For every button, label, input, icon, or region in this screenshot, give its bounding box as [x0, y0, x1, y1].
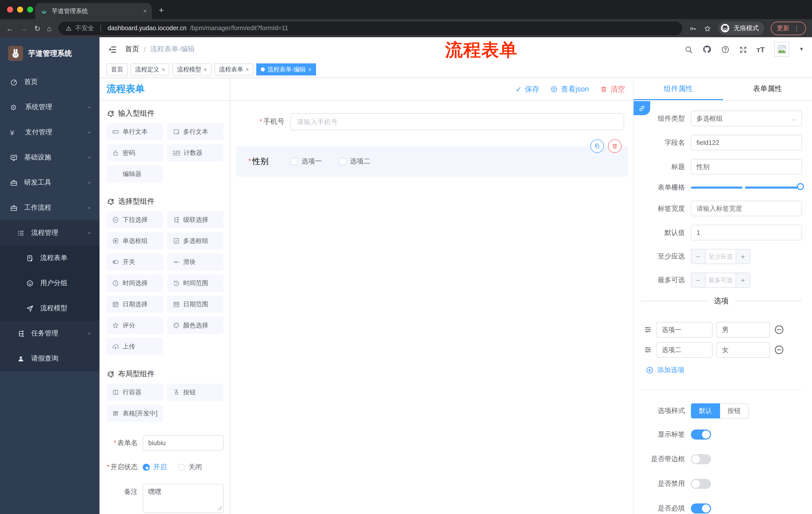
add-option-button[interactable]: 添加选项 [646, 366, 802, 375]
decrease-button[interactable]: − [691, 273, 705, 287]
option-label-input[interactable] [656, 322, 713, 337]
slider-handle[interactable] [797, 183, 804, 190]
tab-form-props[interactable]: 表单属性 [723, 78, 812, 100]
copy-component-button[interactable] [590, 139, 604, 153]
remove-option-button[interactable] [774, 324, 784, 335]
chain-link-button[interactable] [634, 101, 650, 115]
sidebar-item-home[interactable]: 首页 [0, 70, 99, 94]
palette-item-time-range[interactable]: 时间范围 [167, 275, 224, 292]
palette-item-radio-group[interactable]: 单选框组 [107, 232, 163, 249]
show-label-switch[interactable] [691, 430, 711, 439]
view-json-button[interactable]: 查看json [550, 84, 589, 94]
palette-item-multi-text[interactable]: 多行文本 [167, 123, 224, 140]
palette-item-checkbox-group[interactable]: 多选框组 [167, 232, 224, 249]
required-switch[interactable] [691, 504, 711, 514]
option-value-input[interactable] [717, 342, 770, 358]
hamburger-icon[interactable] [108, 45, 117, 54]
update-button[interactable]: 更新 ⋮ [771, 21, 806, 35]
palette-item-cascader[interactable]: 级联选择 [167, 211, 224, 228]
palette-item-date-picker[interactable]: 日期选择 [107, 296, 163, 313]
label-width-input[interactable] [691, 201, 802, 216]
tab-close-icon[interactable]: × [143, 7, 147, 15]
canvas-field-phone[interactable]: *手机号 [236, 113, 628, 130]
tag-close-icon[interactable]: × [308, 66, 312, 73]
avatar[interactable] [774, 42, 789, 57]
increase-button[interactable]: + [736, 273, 750, 287]
new-tab-button[interactable]: + [159, 5, 164, 16]
browser-menu-icon[interactable]: ⋮ [793, 25, 800, 31]
palette-item-rate[interactable]: 评分 [107, 317, 163, 334]
clear-button[interactable]: 清空 [600, 84, 625, 94]
form-remark-textarea[interactable]: 嘿嘿 [143, 484, 224, 513]
font-size-icon[interactable]: тT [756, 46, 765, 53]
close-window-button[interactable] [7, 6, 13, 12]
sidebar-item-workflow[interactable]: 工作流程 [0, 195, 99, 220]
segment-默认[interactable]: 默认 [691, 403, 720, 418]
reload-icon[interactable]: ↻ [34, 24, 40, 32]
palette-item-button[interactable]: 按钮 [167, 384, 224, 401]
palette-item-switch[interactable]: 开关 [107, 253, 163, 271]
phone-input[interactable] [290, 113, 624, 130]
tag-home[interactable]: 首页 [107, 63, 127, 76]
sidebar-item-payment[interactable]: ¥ 支付管理 [0, 120, 99, 145]
tag-process-form[interactable]: 流程表单 × [214, 63, 254, 76]
palette-item-color-picker[interactable]: 颜色选择 [167, 317, 224, 334]
home-icon[interactable]: ⌂ [47, 24, 52, 32]
palette-item-editor[interactable]: 编辑器 [107, 165, 163, 183]
sidebar-item-system[interactable]: ⚙ 系统管理 [0, 94, 99, 120]
palette-item-counter[interactable]: 123 计数器 [167, 144, 224, 161]
form-grid-slider[interactable] [691, 187, 800, 189]
palette-item-time-picker[interactable]: 时间选择 [107, 275, 163, 292]
password-key-icon[interactable] [689, 24, 697, 32]
sidebar-item-process-form[interactable]: 流程表单 [0, 245, 99, 271]
palette-item-single-text[interactable]: 单行文本 [107, 123, 163, 140]
forward-icon[interactable]: → [20, 24, 28, 32]
field-name-input[interactable] [691, 135, 802, 151]
save-button[interactable]: ✓ 保存 [516, 84, 540, 94]
tag-process-form-edit[interactable]: 流程表单-编辑 × [257, 63, 316, 76]
segment-按钮[interactable]: 按钮 [720, 403, 749, 418]
palette-item-row[interactable]: 行容器 [107, 384, 163, 401]
delete-component-button[interactable] [608, 139, 621, 153]
tag-close-icon[interactable]: × [246, 66, 249, 73]
tab-component-props[interactable]: 组件属性 [634, 78, 723, 100]
sidebar-item-task-mgmt[interactable]: 任务管理 [0, 321, 99, 346]
decrease-button[interactable]: − [691, 249, 705, 264]
user-caret-down-icon[interactable]: ▼ [799, 47, 804, 52]
tag-process-model[interactable]: 流程模型 × [173, 63, 211, 76]
component-type-select[interactable] [691, 111, 802, 126]
back-icon[interactable]: ← [6, 24, 13, 32]
with-border-switch[interactable] [691, 454, 711, 464]
palette-item-date-range[interactable]: 日期范围 [167, 296, 224, 313]
tag-process-definition[interactable]: 流程定义 × [130, 63, 170, 76]
sidebar-item-leave-query[interactable]: 请假查询 [0, 346, 99, 371]
resize-grip-icon[interactable] [218, 504, 222, 512]
form-name-input[interactable] [143, 435, 224, 451]
palette-item-slider[interactable]: 滑块 [167, 253, 224, 271]
disabled-switch[interactable] [691, 479, 711, 489]
max-checked-value[interactable]: 最多可选 [705, 273, 736, 287]
sidebar-item-devtools[interactable]: 研发工具 [0, 170, 99, 195]
status-radio-开启[interactable]: 开启 [143, 463, 167, 472]
sidebar-item-process-mgmt[interactable]: 流程管理 [0, 220, 99, 245]
canvas-checkbox-选项一[interactable]: 选项一 [290, 157, 322, 166]
sidebar-item-user-group[interactable]: 用户分组 [0, 271, 99, 296]
palette-item-upload[interactable]: 上传 [107, 338, 163, 355]
sidebar-item-infra[interactable]: 基础设施 [0, 145, 99, 170]
canvas-checkbox-选项二[interactable]: 选项二 [339, 157, 370, 166]
address-bar[interactable]: 不安全 dashboard.yudao.iocoder.cn/bpm/manag… [58, 21, 683, 35]
zoom-window-button[interactable] [27, 6, 33, 12]
bookmark-star-icon[interactable] [703, 24, 712, 32]
fullscreen-icon[interactable] [739, 45, 747, 54]
tag-close-icon[interactable]: × [162, 66, 165, 73]
form-canvas[interactable]: *手机号 *性别 选项一 选项二 [230, 101, 633, 514]
sidebar-item-process-model[interactable]: 流程模型 [0, 296, 99, 321]
palette-item-password[interactable]: 密码 [107, 144, 163, 161]
title-input[interactable] [691, 159, 802, 174]
tag-close-icon[interactable]: × [204, 66, 207, 73]
search-icon[interactable] [684, 45, 693, 54]
min-checked-value[interactable]: 至少应选 [705, 249, 736, 264]
palette-item-select[interactable]: 下拉选择 [107, 211, 163, 228]
increase-button[interactable]: + [736, 249, 750, 264]
breadcrumb-home[interactable]: 首页 [125, 45, 139, 54]
